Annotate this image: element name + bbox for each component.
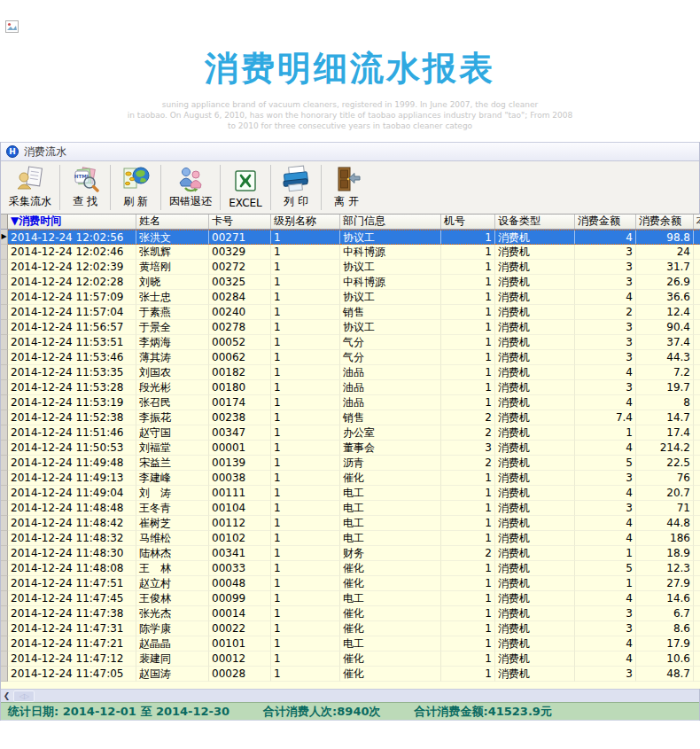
cell-level: 1 xyxy=(271,667,340,682)
table-row[interactable]: 2014-12-24 11:48:32马维松001021电工1消费机4186 xyxy=(1,531,700,546)
table-row[interactable]: 2014-12-24 11:47:21赵晶晶001011电工1消费机417.9 xyxy=(1,636,700,651)
cell-amount: 3 xyxy=(575,380,636,395)
cell-time: 2014-12-24 11:53:46 xyxy=(8,350,136,365)
table-row[interactable]: 2014-12-24 11:53:51李炳海000521气分1消费机337.4 xyxy=(1,335,700,350)
exit-door-icon xyxy=(332,165,361,193)
cell-level: 1 xyxy=(271,621,340,636)
cell-dept: 催化 xyxy=(340,576,441,591)
cell-devtype: 消费机 xyxy=(495,456,575,471)
cell-name: 张召民 xyxy=(136,395,209,410)
table-row[interactable]: 2014-12-24 11:51:46赵守国003471办公室2消费机117.4 xyxy=(1,425,700,441)
table-row[interactable]: 2014-12-24 11:53:19张召民001741油品1消费机48 xyxy=(1,395,700,410)
cell-partial xyxy=(694,245,700,260)
table-row[interactable]: 2014-12-24 11:53:46薄其涛000621气分1消费机344.3 xyxy=(1,350,700,365)
cell-level: 1 xyxy=(271,636,340,651)
cell-level: 1 xyxy=(271,501,340,516)
column-header-time[interactable]: ▼消费时间 xyxy=(8,215,136,229)
cell-name: 张洪文 xyxy=(136,230,209,245)
table-row[interactable]: 2014-12-24 11:48:08王 林000331催化1消费机512.3 xyxy=(1,561,700,576)
table-row[interactable]: 2014-12-24 11:49:13李建峰000381催化1消费机376 xyxy=(1,471,700,486)
table-row[interactable]: 2014-12-24 11:57:04于素燕002401销售1消费机212.4 xyxy=(1,305,700,320)
column-header-amount[interactable]: 消费金额 xyxy=(575,215,636,229)
cell-partial xyxy=(694,410,700,425)
toolbar-button-print[interactable]: 列 印 xyxy=(273,161,319,214)
table-row[interactable]: ▶2014-12-24 12:02:56张洪文002711协议工1消费机498.… xyxy=(1,230,700,245)
cell-balance: 36.6 xyxy=(636,290,694,305)
cell-amount: 4 xyxy=(575,486,636,501)
toolbar-button-refund[interactable]: 因错退还 xyxy=(163,161,218,214)
row-selector-gutter: ▶ xyxy=(1,230,8,245)
cell-machine: 1 xyxy=(441,606,495,621)
toolbar-button-excel[interactable]: EXCEL xyxy=(222,161,268,214)
cell-machine: 2 xyxy=(441,546,495,561)
cell-card: 00099 xyxy=(209,591,271,606)
column-header-partial[interactable]: 本 xyxy=(694,215,700,229)
table-row[interactable]: 2014-12-24 11:49:04刘 涛001111电工1消费机420.7 xyxy=(1,486,700,501)
table-row[interactable]: 2014-12-24 12:02:39黄培刚002721协议工1消费机331.7 xyxy=(1,260,700,275)
column-header-card[interactable]: 卡号 xyxy=(209,215,271,229)
horizontal-scrollbar[interactable]: ❮ ◁▷ xyxy=(1,689,699,702)
cell-machine: 1 xyxy=(441,591,495,606)
table-row[interactable]: 2014-12-24 11:53:35刘国农001821油品1消费机47.2 xyxy=(1,365,700,380)
cell-machine: 1 xyxy=(441,501,495,516)
table-row[interactable]: 2014-12-24 12:02:28刘晓003251中科博源1消费机326.9 xyxy=(1,275,700,290)
scroll-thumb[interactable]: ◁▷ xyxy=(13,690,35,702)
table-row[interactable]: 2014-12-24 11:48:30陆林杰003411财务2消费机118.9 xyxy=(1,546,700,561)
column-header-devtype[interactable]: 设备类型 xyxy=(495,215,575,229)
cell-name: 于素燕 xyxy=(136,305,209,320)
table-row[interactable]: 2014-12-24 11:47:12裴建同000121催化1消费机410.6 xyxy=(1,651,700,667)
cell-dept: 沥青 xyxy=(340,456,441,471)
cell-level: 1 xyxy=(271,441,340,456)
cell-dept: 中科博源 xyxy=(340,245,441,260)
cell-card: 00012 xyxy=(209,651,271,667)
toolbar-button-find[interactable]: HTML 查 找 xyxy=(62,161,108,214)
cell-level: 1 xyxy=(271,546,340,561)
table-row[interactable]: 2014-12-24 11:47:38张光杰000141催化1消费机36.7 xyxy=(1,606,700,621)
cell-card: 00033 xyxy=(209,561,271,576)
row-selector-gutter xyxy=(1,531,8,546)
cell-amount: 3 xyxy=(575,260,636,275)
cell-name: 李振花 xyxy=(136,410,209,425)
table-row[interactable]: 2014-12-24 11:47:31陈学康000221催化1消费机38.6 xyxy=(1,621,700,636)
table-row[interactable]: 2014-12-24 11:48:42崔树芝001121电工1消费机444.8 xyxy=(1,516,700,531)
table-row[interactable]: 2014-12-24 11:48:48王冬青001041电工1消费机371 xyxy=(1,501,700,516)
cell-dept: 气分 xyxy=(340,335,441,350)
table-row[interactable]: 2014-12-24 11:47:05赵国涛000281催化1消费机348.7 xyxy=(1,667,700,682)
cell-balance: 27.9 xyxy=(636,576,694,591)
cell-partial xyxy=(694,320,700,335)
table-row[interactable]: 2014-12-24 11:47:51赵立村000481催化1消费机127.9 xyxy=(1,576,700,591)
table-row[interactable]: 2014-12-24 11:57:09张士忠002841协议工1消费机436.6 xyxy=(1,290,700,305)
cell-devtype: 消费机 xyxy=(495,651,575,667)
toolbar-button-exit[interactable]: 离 开 xyxy=(323,161,369,214)
table-row[interactable]: 2014-12-24 11:49:48宋益兰001391沥青2消费机522.5 xyxy=(1,456,700,471)
cell-devtype: 消费机 xyxy=(495,546,575,561)
table-row[interactable]: 2014-12-24 11:53:28段光彬001801油品1消费机319.7 xyxy=(1,380,700,395)
toolbar-button-collect[interactable]: 采集流水 xyxy=(3,161,58,214)
table-row[interactable]: 2014-12-24 11:52:38李振花002381销售2消费机7.414.… xyxy=(1,410,700,425)
cell-machine: 2 xyxy=(441,410,495,425)
cell-balance: 186 xyxy=(636,531,694,546)
column-header-balance[interactable]: 消费余额 xyxy=(636,215,694,229)
column-header-machine[interactable]: 机号 xyxy=(441,215,495,229)
cell-partial xyxy=(694,576,700,591)
scroll-left-icon[interactable]: ❮ xyxy=(1,690,12,702)
cell-partial xyxy=(694,441,700,456)
cell-time: 2014-12-24 11:48:48 xyxy=(8,501,136,516)
column-header-name[interactable]: 姓名 xyxy=(136,215,209,229)
column-header-level[interactable]: 级别名称 xyxy=(271,215,340,229)
cell-amount: 4 xyxy=(575,636,636,651)
cell-time: 2014-12-24 11:49:13 xyxy=(8,471,136,486)
column-header-dept[interactable]: 部门信息 xyxy=(340,215,441,229)
table-row[interactable]: 2014-12-24 11:50:53刘福堂000011董事会3消费机4214.… xyxy=(1,441,700,456)
cell-dept: 销售 xyxy=(340,410,441,425)
toolbar-button-label: 列 印 xyxy=(284,194,308,209)
table-header: ▼消费时间姓名卡号级别名称部门信息机号设备类型消费金额消费余额本 xyxy=(1,215,700,230)
cell-machine: 1 xyxy=(441,335,495,350)
table-row[interactable]: 2014-12-24 11:47:45王俊林000991电工1消费机414.6 xyxy=(1,591,700,606)
cell-name: 段光彬 xyxy=(136,380,209,395)
table-row[interactable]: 2014-12-24 12:02:46张凯辉003291中科博源1消费机324 xyxy=(1,245,700,260)
table-row[interactable]: 2014-12-24 11:56:57于景全002781协议工1消费机390.4 xyxy=(1,320,700,335)
cell-devtype: 消费机 xyxy=(495,395,575,410)
cell-card: 00278 xyxy=(209,320,271,335)
toolbar-button-refresh[interactable]: 刷 新 xyxy=(113,161,159,214)
